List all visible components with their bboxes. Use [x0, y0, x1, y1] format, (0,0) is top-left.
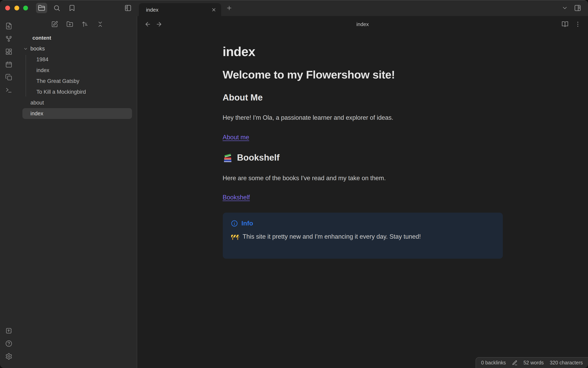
bookmarks-tab-button[interactable] [66, 3, 78, 13]
daily-note-button[interactable] [4, 59, 14, 70]
templates-button[interactable] [4, 72, 14, 83]
tree-folder-books[interactable]: books [18, 43, 137, 54]
bookshelf-link[interactable]: Bookshelf [223, 194, 250, 201]
tab-title: index [146, 7, 158, 13]
sort-order-button[interactable] [80, 19, 90, 29]
about-me-text: Hey there! I'm Ola, a passionate learner… [223, 113, 503, 122]
books-emoji [223, 153, 233, 163]
book-open-icon [562, 21, 568, 28]
collapse-all-button[interactable] [95, 19, 105, 29]
explorer-toolbar [18, 16, 137, 32]
help-icon [5, 340, 12, 347]
panel-left-icon [124, 4, 132, 12]
word-count: 52 words [523, 360, 544, 366]
bookmark-icon [68, 4, 76, 12]
collapse-all-icon [97, 21, 103, 28]
bookshelf-heading: Bookshelf [223, 152, 503, 163]
titlebar: index [0, 0, 588, 16]
obsidian-window: index [0, 0, 588, 368]
minimize-window-button[interactable] [14, 6, 19, 10]
view-header: index [137, 16, 588, 32]
edit-mode-icon[interactable] [512, 360, 518, 366]
titlebar-right-icons [559, 3, 583, 13]
vault-switcher-button[interactable] [4, 326, 14, 336]
tree-file-books-index[interactable]: index [18, 65, 137, 76]
chevron-down-icon[interactable] [22, 46, 29, 52]
panel-right-icon [574, 4, 581, 12]
new-tab-button[interactable] [224, 3, 235, 13]
search-tab-button[interactable] [51, 3, 62, 13]
settings-button[interactable] [4, 351, 14, 362]
tab-index[interactable]: index [139, 3, 221, 16]
right-sidebar-toggle-button[interactable] [572, 3, 583, 13]
callout-text: This site it pretty new and I'm enhancin… [243, 232, 421, 241]
tab-close-button[interactable] [209, 5, 218, 14]
bookshelf-text: Here are some of the books I've read and… [223, 174, 503, 183]
arrow-right-icon [155, 21, 162, 28]
editor-pane: index index Welcome to my Flowershow sit… [137, 16, 588, 368]
left-sidebar-toggle-button[interactable] [123, 3, 134, 13]
tree-file-about[interactable]: about [18, 97, 137, 108]
files-tab-button[interactable] [36, 3, 47, 13]
calendar-icon [5, 61, 12, 68]
status-bar: 0 backlinks 52 words 320 characters [475, 357, 588, 368]
info-icon [231, 220, 238, 227]
reading-mode-button[interactable] [560, 19, 570, 29]
info-callout: Info This site it pretty new and I [223, 213, 503, 259]
backlinks-count[interactable]: 0 backlinks [481, 360, 506, 366]
file-explorer: content books 1984 index The Great Gatsb… [18, 16, 137, 368]
file-search-icon [5, 22, 12, 30]
character-count: 320 characters [550, 360, 583, 366]
note-content[interactable]: index Welcome to my Flowershow site! Abo… [223, 32, 503, 259]
about-me-link[interactable]: About me [223, 134, 249, 140]
more-vertical-icon [574, 21, 581, 28]
terminal-button[interactable] [4, 85, 14, 95]
new-note-icon [51, 21, 58, 28]
vault-icon [5, 327, 12, 334]
welcome-heading: Welcome to my Flowershow site! [223, 68, 503, 82]
dashboard-button[interactable] [4, 46, 14, 57]
about-me-heading: About Me [223, 92, 503, 103]
close-icon [211, 7, 216, 12]
new-note-button[interactable] [50, 19, 59, 29]
folder-label: books [30, 46, 45, 52]
navigate-forward-button[interactable] [154, 19, 164, 29]
traffic-lights [5, 6, 28, 10]
graph-fork-icon [5, 35, 12, 42]
arrow-left-icon [144, 21, 151, 28]
new-folder-button[interactable] [65, 19, 74, 29]
view-header-title: index [137, 16, 588, 32]
ribbon [0, 16, 18, 368]
tree-file-great-gatsby[interactable]: The Great Gatsby [18, 76, 137, 86]
callout-title-text: Info [241, 220, 253, 227]
tree-file-index-selected[interactable]: index [22, 108, 132, 119]
plus-icon [226, 5, 232, 11]
vault-title[interactable]: content [18, 32, 137, 43]
help-button[interactable] [4, 338, 14, 349]
titlebar-left-icons [36, 3, 78, 13]
books-children: 1984 index The Great Gatsby To Kill a Mo… [18, 54, 137, 97]
search-icon [53, 4, 60, 12]
copy-icon [5, 74, 12, 81]
layout-dashboard-icon [5, 48, 12, 55]
inline-title: index [223, 44, 503, 59]
sort-icon [81, 21, 88, 28]
quick-switcher-button[interactable] [4, 21, 14, 31]
graph-view-button[interactable] [4, 34, 14, 44]
gear-icon [5, 353, 12, 360]
folder-icon [38, 4, 45, 12]
tree-file-mockingbird[interactable]: To Kill a Mockingbird [18, 86, 137, 97]
navigate-back-button[interactable] [143, 19, 152, 29]
tree-file-1984[interactable]: 1984 [18, 54, 137, 65]
fullscreen-window-button[interactable] [23, 6, 28, 10]
construction-emoji [231, 233, 239, 240]
chevron-down-icon [562, 5, 568, 11]
terminal-icon [5, 86, 12, 94]
tab-list-button[interactable] [559, 3, 570, 13]
close-window-button[interactable] [5, 6, 10, 10]
new-folder-icon [66, 21, 73, 28]
more-options-button[interactable] [573, 19, 582, 29]
